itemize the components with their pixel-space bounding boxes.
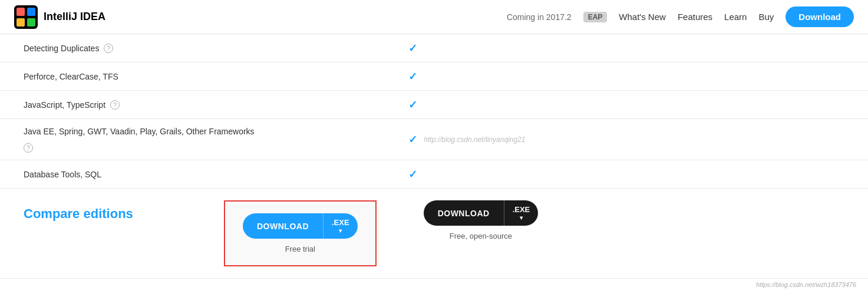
help-icon-javascript[interactable]: ?	[110, 100, 120, 110]
logo-text: IntelliJ IDEA	[44, 11, 105, 23]
checkmark-javaee: ✓	[408, 133, 417, 146]
checkmark-perforce: ✓	[408, 70, 417, 83]
compare-section: Compare editions DOWNLOAD .EXE ▾ Free tr…	[0, 189, 868, 279]
feature-check-database: ✓	[354, 168, 471, 181]
svg-rect-2	[27, 8, 35, 16]
download-sublabel-community: Free, open-source	[450, 232, 512, 240]
svg-rect-3	[16, 18, 25, 27]
nav-features[interactable]: Features	[678, 12, 712, 22]
nav-buy[interactable]: Buy	[758, 12, 774, 22]
svg-rect-1	[16, 8, 25, 16]
feature-label: Database Tools, SQL	[24, 170, 101, 179]
checkmark-database: ✓	[408, 168, 417, 181]
nav-eap-badge[interactable]: EAP	[583, 12, 608, 22]
feature-check-perforce: ✓	[354, 70, 471, 83]
feature-name-perforce: Perforce, ClearCase, TFS	[24, 65, 354, 88]
download-block-community: DOWNLOAD .EXE ▾ Free, open-source	[424, 200, 539, 240]
header-left: IntelliJ IDEA	[14, 5, 105, 29]
chevron-down-icon-ultimate: ▾	[339, 228, 342, 234]
feature-row-database: Database Tools, SQL ✓	[0, 160, 868, 189]
download-ext-btn-community[interactable]: .EXE ▾	[504, 200, 539, 226]
download-ext-btn-ultimate[interactable]: .EXE ▾	[324, 213, 358, 239]
feature-label: Detecting Duplicates	[24, 44, 99, 53]
feature-check-detecting-duplicates: ✓	[354, 42, 471, 55]
feature-row-javascript: JavaScript, TypeScript ? ✓	[0, 91, 868, 119]
header-nav: Coming in 2017.2 EAP What's New Features…	[507, 6, 854, 27]
feature-label: Perforce, ClearCase, TFS	[24, 72, 118, 81]
download-main-btn-community[interactable]: DOWNLOAD	[424, 200, 504, 226]
feature-check-javascript: ✓	[354, 98, 471, 111]
feature-label: JavaScript, TypeScript	[24, 100, 105, 110]
intellij-logo-icon	[14, 5, 38, 29]
feature-check-javaee: ✓	[354, 133, 471, 146]
feature-name-javascript: JavaScript, TypeScript ?	[24, 93, 354, 117]
help-icon-javaee[interactable]: ?	[24, 143, 33, 153]
svg-rect-4	[27, 18, 35, 27]
feature-name-database: Database Tools, SQL	[24, 163, 354, 186]
header: IntelliJ IDEA Coming in 2017.2 EAP What'…	[0, 0, 868, 34]
download-btn-group-ultimate: DOWNLOAD .EXE ▾	[243, 213, 358, 239]
download-sublabel-ultimate: Free trial	[285, 245, 315, 253]
nav-whats-new[interactable]: What's New	[619, 12, 666, 22]
feature-row-javaee: Java EE, Spring, GWT, Vaadin, Play, Grai…	[0, 119, 868, 160]
checkmark-javascript: ✓	[408, 98, 417, 111]
bottom-watermark: https://blog.csdn.net/wzh18373476	[0, 279, 868, 291]
feature-name-detecting-duplicates: Detecting Duplicates ?	[24, 37, 354, 60]
download-btn-group-community: DOWNLOAD .EXE ▾	[424, 200, 539, 226]
feature-row-detecting-duplicates: Detecting Duplicates ? ✓	[0, 34, 868, 62]
nav-download-button[interactable]: Download	[786, 6, 854, 27]
help-icon-detecting-duplicates[interactable]: ?	[104, 44, 113, 53]
feature-label: Java EE, Spring, GWT, Vaadin, Play, Grai…	[24, 127, 255, 136]
download-ext-label-community: .EXE	[513, 205, 530, 214]
download-area: DOWNLOAD .EXE ▾ Free trial DOWNLOAD .EXE…	[224, 200, 538, 266]
download-main-btn-ultimate[interactable]: DOWNLOAD	[243, 213, 324, 239]
checkmark-detecting-duplicates: ✓	[408, 42, 417, 55]
compare-title: Compare editions	[24, 200, 200, 222]
chevron-down-icon-community: ▾	[520, 215, 523, 221]
main-content: Detecting Duplicates ? ✓ Perforce, Clear…	[0, 34, 868, 291]
nav-coming-text: Coming in 2017.2	[507, 12, 572, 22]
download-ext-label-ultimate: .EXE	[332, 218, 349, 227]
download-block-ultimate: DOWNLOAD .EXE ▾ Free trial	[224, 200, 377, 266]
nav-learn[interactable]: Learn	[724, 12, 747, 22]
feature-name-javaee: Java EE, Spring, GWT, Vaadin, Play, Grai…	[24, 120, 354, 160]
feature-row-perforce: Perforce, ClearCase, TFS ✓	[0, 62, 868, 91]
